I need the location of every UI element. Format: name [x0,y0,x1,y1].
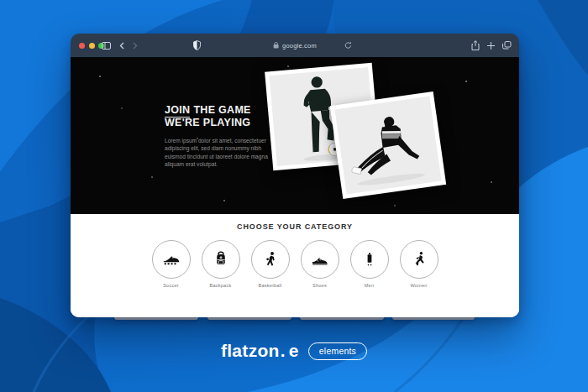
category-item-basketball[interactable]: Basketball [249,240,291,288]
brand-logo: flatzon.e [221,341,299,361]
minimize-button[interactable] [89,43,95,49]
category-row: Soccer Backpack [71,240,519,288]
elements-badge: elements [308,342,367,360]
hero-paragraph: Lorem ipsum dolor sit amet, consectetuer… [165,137,276,169]
hero-photo-female-model [330,91,446,199]
category-item-women[interactable]: Women [398,240,440,288]
category-label: Soccer [163,283,179,288]
backpack-icon [212,250,230,269]
address-bar[interactable]: google.com [273,34,317,57]
category-item-shoes[interactable]: Shoes [299,240,341,288]
close-button[interactable] [79,43,85,49]
sidebar-icon[interactable] [102,42,111,50]
lock-icon [273,42,279,49]
hero-section: JOINTHE GAME WE'RE PLAYING Lorem ipsum d… [71,57,519,214]
category-item-backpack[interactable]: Backpack [200,240,242,288]
category-label: Women [410,283,427,288]
privacy-shield-icon[interactable] [193,40,201,50]
category-section: CHOOSE YOUR CATEGORY Soccer [71,214,519,317]
brand-suffix: e [289,341,299,361]
brand-text: flatzon [221,341,280,361]
category-heading: CHOOSE YOUR CATEGORY [71,214,519,231]
traffic-lights [79,43,104,49]
forward-icon[interactable] [133,42,138,50]
hero-title: JOINTHE GAME WE'RE PLAYING [165,104,276,129]
category-label: Backpack [210,283,232,288]
sneaker-icon [311,250,329,269]
desktop-background: google.com JOIN [0,0,588,392]
new-tab-icon[interactable] [487,42,495,50]
brand-dot: . [281,341,286,361]
category-item-men[interactable]: Men [349,240,391,288]
star-specks [71,57,72,59]
category-item-soccer[interactable]: Soccer [150,240,192,288]
category-label: Shoes [312,283,327,288]
men-apparel-icon [360,250,379,269]
women-runner-icon [410,250,428,269]
browser-toolbar: google.com [71,34,519,57]
hero-title-underlined-word: JOIN [165,104,190,118]
category-label: Basketball [259,283,282,288]
url-text: google.com [282,42,317,50]
share-icon[interactable] [471,40,480,50]
brand-footer: flatzon.e elements [0,341,588,361]
female-model-silhouette [334,97,441,195]
refresh-icon[interactable] [344,41,352,50]
hero-title-line2: WE'RE PLAYING [165,117,250,128]
category-label: Men [365,283,374,288]
hero-copy: JOINTHE GAME WE'RE PLAYING Lorem ipsum d… [165,104,276,169]
tabs-overview-icon[interactable] [502,41,512,50]
basketball-player-icon [261,250,280,269]
back-icon[interactable] [119,42,124,50]
hero-title-line1-rest: THE GAME [193,104,250,116]
soccer-cleat-icon [162,250,181,269]
browser-window: google.com JOIN [71,34,519,317]
webpage-content: JOINTHE GAME WE'RE PLAYING Lorem ipsum d… [71,57,519,317]
